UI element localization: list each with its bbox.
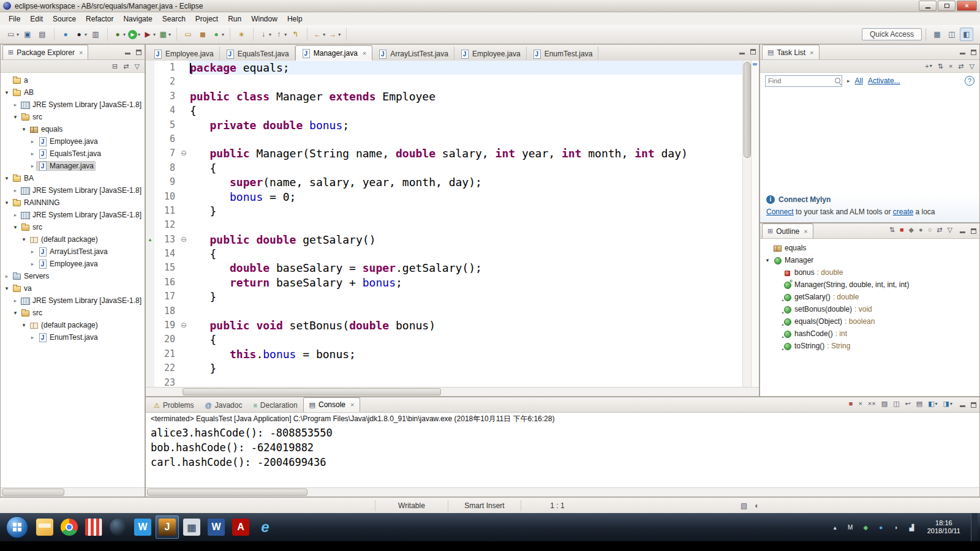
explorer-item-employee-java[interactable]: ▸Employee.java xyxy=(1,135,145,148)
terminate-button[interactable]: ■ xyxy=(849,400,853,407)
tree-arrow-icon[interactable]: ▸ xyxy=(12,212,19,218)
close-view-icon[interactable]: × xyxy=(810,49,813,56)
file-explorer-button[interactable] xyxy=(33,515,56,539)
explorer-item-src[interactable]: ▾src xyxy=(1,221,145,233)
new-wizard-button[interactable]: ▭▾ xyxy=(6,28,20,41)
outline-item-setbonus-double[interactable]: setBonus(double) : void xyxy=(760,303,979,315)
task-list-view-tab[interactable]: ▤ Task List × xyxy=(762,45,820,59)
code-line-6[interactable]: 6 xyxy=(146,132,743,146)
record-button[interactable]: ●▾ xyxy=(74,28,88,41)
explorer-item-ab[interactable]: ▾AB xyxy=(1,86,145,99)
editor-hscrollbar[interactable] xyxy=(146,387,759,396)
task-list-activate-link[interactable]: Activate... xyxy=(868,77,900,85)
hide-static-members-button[interactable]: ◆ xyxy=(909,227,914,233)
explorer-item-equals[interactable]: ▾equals xyxy=(1,123,145,135)
code-line-7[interactable]: 7⊖ public Manager(String name, double sa… xyxy=(146,146,743,160)
volume-icon[interactable]: ◗ xyxy=(891,523,902,532)
menu-window[interactable]: Window xyxy=(246,13,282,24)
editor-presentation-icon[interactable]: ▧ xyxy=(741,501,747,510)
console-hscrollbar[interactable] xyxy=(146,487,979,497)
tree-arrow-icon[interactable]: ▾ xyxy=(3,89,10,96)
quick-access-box[interactable]: Quick Access xyxy=(862,28,922,40)
code-line-16[interactable]: 16 return baseSalary + bonus; xyxy=(146,276,743,290)
save-button[interactable]: ▣ xyxy=(21,28,34,41)
mylyn-link-create[interactable]: create xyxy=(893,208,913,216)
overview-ruler[interactable] xyxy=(751,61,759,388)
minimize-view-button[interactable] xyxy=(960,49,966,55)
explorer-item-manager-java[interactable]: ▸Manager.java xyxy=(1,160,145,172)
forward-button[interactable]: →▾ xyxy=(327,28,341,41)
tree-arrow-icon[interactable]: ▸ xyxy=(29,163,36,169)
maximize-window-button[interactable] xyxy=(938,1,956,11)
code-line-4[interactable]: 4{ xyxy=(146,103,743,118)
new-java-project-button[interactable]: ▭ xyxy=(181,28,195,41)
close-tab-icon[interactable]: × xyxy=(363,50,366,57)
synchronize-button[interactable]: ⇅ xyxy=(938,63,943,70)
code-line-10[interactable]: 10 bonus = 0; xyxy=(146,190,743,204)
tree-arrow-icon[interactable]: ▸ xyxy=(12,187,19,193)
tree-arrow-icon[interactable]: ▾ xyxy=(12,224,19,230)
java-ee-perspective-button[interactable]: ◫ xyxy=(945,28,959,41)
delete-task-button[interactable]: × xyxy=(949,63,952,70)
code-line-15[interactable]: 15 double baseSalary = super.getSalary()… xyxy=(146,261,743,275)
minimize-view-button[interactable] xyxy=(960,228,966,234)
outline-item-manager[interactable]: ▾Manager xyxy=(760,254,979,266)
code-line-22[interactable]: 22 } xyxy=(146,361,743,375)
app-red-button[interactable] xyxy=(82,515,105,539)
hide-fields-button[interactable]: ■ xyxy=(900,227,904,233)
print-button[interactable]: ▤ xyxy=(36,28,49,41)
console-tab-problems[interactable]: ⚠Problems xyxy=(148,399,200,412)
minimize-editor-button[interactable] xyxy=(739,49,745,55)
code-line-18[interactable]: 18 xyxy=(146,304,743,318)
help-icon[interactable]: ? xyxy=(965,76,974,86)
outline-item-manager-string-double-int-int-int[interactable]: Manager(String, double, int, int, int) xyxy=(760,279,979,291)
editor-tab-manager-java[interactable]: Manager.java× xyxy=(295,45,372,61)
tree-arrow-icon[interactable]: ▾ xyxy=(12,114,19,120)
mylyn-link-connect[interactable]: Connect xyxy=(766,208,794,216)
menu-help[interactable]: Help xyxy=(282,13,307,24)
editor-vscrollbar[interactable] xyxy=(742,61,752,388)
link-with-editor-button[interactable]: ⇄ xyxy=(937,227,942,233)
code-line-20[interactable]: 20 { xyxy=(146,332,743,347)
scrollbar-thumb[interactable] xyxy=(183,388,441,395)
cloud-sync-icon[interactable]: ● xyxy=(876,523,886,532)
outline-item-tostring[interactable]: toString() : String xyxy=(760,340,979,352)
word-button[interactable]: W xyxy=(205,515,228,539)
outline-view-tab[interactable]: ⊞ Outline × xyxy=(762,223,813,238)
console-tab-declaration[interactable]: ≡Declaration xyxy=(247,399,303,412)
open-console-button[interactable]: ◨▾ xyxy=(943,400,952,407)
pin-console-button[interactable]: ▤ xyxy=(916,400,922,407)
close-tab-icon[interactable]: × xyxy=(350,401,354,408)
maximize-editor-button[interactable] xyxy=(750,49,756,54)
wps-writer-button[interactable]: W xyxy=(131,515,154,539)
close-view-icon[interactable]: × xyxy=(79,49,83,56)
minimize-view-button[interactable] xyxy=(960,402,966,408)
tree-arrow-icon[interactable]: ▸ xyxy=(29,151,36,157)
code-line-8[interactable]: 8 { xyxy=(146,161,743,175)
maximize-view-button[interactable] xyxy=(971,402,976,408)
scrollbar-thumb[interactable] xyxy=(2,489,64,496)
app-globe-button[interactable] xyxy=(107,515,130,539)
explorer-item-default-package[interactable]: ▾(default package) xyxy=(1,233,145,246)
link-with-editor-button[interactable]: ⇄ xyxy=(958,63,963,70)
taskbar-clock[interactable]: 18:16 2018/10/11 xyxy=(922,519,966,535)
maximize-view-button[interactable] xyxy=(136,50,141,55)
outline-item-equals-object[interactable]: equals(Object) : boolean xyxy=(760,315,979,328)
tree-arrow-icon[interactable]: ▸ xyxy=(12,102,19,108)
search-button[interactable]: ∗ xyxy=(235,28,248,41)
tree-arrow-icon[interactable]: ▾ xyxy=(764,257,771,263)
explorer-item-ba[interactable]: ▾BA xyxy=(1,172,145,184)
explorer-item-equalstest-java[interactable]: ▸EqualsTest.java xyxy=(1,148,145,160)
view-menu-button[interactable]: ▽ xyxy=(948,227,952,233)
editor-tab-enumtest-java[interactable]: EnumTest.java xyxy=(527,47,599,61)
previous-annotation-button[interactable]: ↑▾ xyxy=(273,28,287,41)
explorer-item-default-package[interactable]: ▾(default package) xyxy=(1,319,145,331)
code-line-17[interactable]: 17 } xyxy=(146,290,743,304)
new-task-button[interactable]: +▾ xyxy=(925,63,932,70)
tree-arrow-icon[interactable]: ▸ xyxy=(29,138,36,144)
app-gray-button[interactable]: ▦ xyxy=(180,515,203,539)
editor-tab-arraylisttest-java[interactable]: ArrayListTest.java xyxy=(372,47,454,61)
menu-search[interactable]: Search xyxy=(157,13,190,24)
display-selected-console-button[interactable]: ◧▾ xyxy=(928,400,937,407)
tree-arrow-icon[interactable]: ▾ xyxy=(3,200,10,206)
